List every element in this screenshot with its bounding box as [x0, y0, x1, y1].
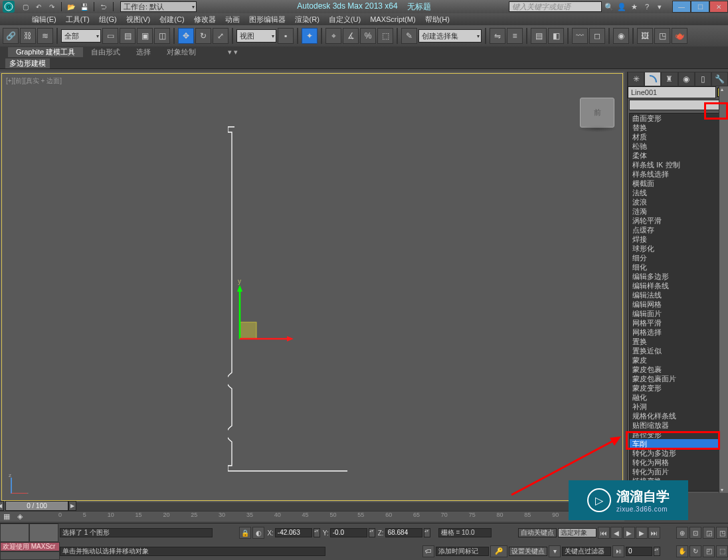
- modifier-item[interactable]: 柔体: [630, 151, 726, 160]
- track-mini-icon[interactable]: ▦: [0, 512, 13, 521]
- modifier-item[interactable]: 转化为面片: [630, 467, 726, 476]
- select-manipulate-icon[interactable]: ✦: [302, 28, 318, 44]
- menu-rendering[interactable]: 渲染(R): [292, 15, 322, 25]
- named-selection-dropdown[interactable]: 创建选择集: [418, 29, 482, 43]
- render-icon[interactable]: 🫖: [672, 28, 687, 44]
- modifier-item[interactable]: 蒙皮包裹: [630, 365, 726, 374]
- close-button[interactable]: ✕: [709, 1, 728, 13]
- save-icon[interactable]: 💾: [79, 1, 90, 12]
- maxscript-mini-listener[interactable]: [0, 523, 29, 542]
- next-frame-icon[interactable]: ▶: [636, 527, 648, 539]
- modifier-item[interactable]: 路径变形: [630, 430, 726, 439]
- modifier-item[interactable]: 编辑法线: [630, 290, 726, 300]
- modifier-item[interactable]: 编辑网格: [630, 300, 726, 309]
- modifier-item[interactable]: 焊接: [630, 234, 726, 244]
- viewport-nav-5[interactable]: ✋: [676, 545, 688, 557]
- cp-tab-hierarchy[interactable]: ♜: [661, 72, 678, 86]
- cp-tab-create[interactable]: ✳: [628, 72, 644, 86]
- mirror-icon[interactable]: ⇋: [490, 28, 505, 44]
- angle-snap-icon[interactable]: ∡: [343, 28, 359, 44]
- modifier-item[interactable]: 曲面变形: [630, 114, 726, 123]
- modifier-item[interactable]: 涡轮平滑: [630, 216, 726, 225]
- cp-tab-utilities[interactable]: 🔧: [711, 72, 728, 86]
- cp-tab-display[interactable]: ▯: [695, 72, 711, 86]
- y-spinner[interactable]: ▴▾: [369, 528, 375, 537]
- select-name-icon[interactable]: ▤: [120, 28, 136, 44]
- viewport-nav-8[interactable]: ⬚: [716, 545, 728, 557]
- menu-graph-editors[interactable]: 图形编辑器: [246, 15, 288, 25]
- goto-end-icon[interactable]: ⏭: [648, 527, 660, 539]
- minimize-button[interactable]: —: [672, 1, 691, 13]
- modifier-item[interactable]: 补洞: [630, 402, 726, 411]
- ribbon-tab-object-paint[interactable]: 对象绘制: [159, 47, 204, 57]
- modifier-item[interactable]: 置换: [630, 337, 726, 346]
- modifier-item[interactable]: 横截面: [630, 179, 726, 188]
- layer-manager-icon[interactable]: ▤: [531, 28, 547, 44]
- key-mode-icon[interactable]: ⏯: [612, 545, 624, 557]
- modifier-item[interactable]: 涟漪: [630, 207, 726, 216]
- unlink-icon[interactable]: ⛓: [20, 28, 36, 44]
- ribbon-tab-selection[interactable]: 选择: [128, 47, 159, 57]
- modifier-item[interactable]: 转化为网格: [630, 458, 726, 467]
- modifier-item[interactable]: 编辑多边形: [630, 272, 726, 281]
- selected-filter-dropdown[interactable]: 选定对象: [558, 528, 596, 537]
- modifier-item[interactable]: 蒙皮变形: [630, 383, 726, 393]
- maximize-button[interactable]: ☐: [691, 1, 709, 13]
- modifier-list[interactable]: 曲面变形替换材质松驰柔体样条线 IK 控制样条线选择横截面法线波浪涟漪涡轮平滑点…: [629, 113, 727, 492]
- cp-tab-motion[interactable]: ◉: [678, 72, 695, 86]
- select-object-icon[interactable]: ▭: [102, 28, 118, 44]
- x-spinner[interactable]: ▴▾: [314, 528, 320, 537]
- percent-snap-icon[interactable]: %: [360, 28, 376, 44]
- help-search-input[interactable]: 键入关键字或短语: [509, 1, 602, 12]
- key-icon[interactable]: 🔑: [490, 545, 507, 557]
- prev-frame-icon[interactable]: ◀: [610, 527, 622, 539]
- menu-views[interactable]: 视图(V): [124, 15, 153, 25]
- menu-maxscript[interactable]: MAXScript(M): [367, 15, 418, 23]
- modifier-item[interactable]: 蒙皮包裹面片: [630, 374, 726, 383]
- add-time-tag[interactable]: 添加时间标记: [436, 547, 489, 556]
- menu-tools[interactable]: 工具(T): [63, 15, 92, 25]
- menu-group[interactable]: 组(G): [96, 15, 120, 25]
- viewport-nav-1[interactable]: ⊕: [676, 527, 688, 539]
- material-editor-icon[interactable]: ◉: [613, 28, 629, 44]
- time-slider-next[interactable]: ▶: [68, 501, 76, 511]
- open-icon[interactable]: 📂: [66, 1, 76, 12]
- select-rect-icon[interactable]: ▣: [137, 28, 153, 44]
- modifier-item[interactable]: 融化: [630, 393, 726, 402]
- rendered-frame-icon[interactable]: ◳: [654, 28, 670, 44]
- z-spinner[interactable]: ▴▾: [424, 528, 430, 537]
- isolate-icon[interactable]: ◐: [252, 527, 264, 539]
- modifier-item[interactable]: 网格选择: [630, 327, 726, 337]
- modifier-item[interactable]: 细分: [630, 253, 726, 262]
- favorite-icon[interactable]: ★: [629, 1, 640, 12]
- time-slider-prev[interactable]: ◀: [0, 501, 4, 511]
- spline-object[interactable]: [228, 120, 361, 479]
- spinner-snap-icon[interactable]: ⬚: [377, 28, 393, 44]
- bind-icon[interactable]: ≋: [37, 28, 53, 44]
- modifier-item[interactable]: 球形化: [630, 244, 726, 253]
- signin-icon[interactable]: 👤: [616, 1, 627, 12]
- modifier-item[interactable]: 规格化样条线: [630, 411, 726, 420]
- view-cube[interactable]: 前: [580, 98, 614, 128]
- workspace-dropdown[interactable]: 工作台: 默认: [120, 1, 197, 12]
- snap-toggle-icon[interactable]: ⌖: [325, 28, 341, 44]
- modifier-item[interactable]: 点缓存: [630, 225, 726, 234]
- project-icon[interactable]: ⮌: [98, 1, 109, 12]
- time-tag-icon[interactable]: 🏷: [422, 545, 434, 557]
- x-coord-input[interactable]: -42.063: [275, 528, 312, 537]
- set-key-button[interactable]: 设置关键点: [509, 547, 547, 556]
- viewport-nav-7[interactable]: ◰: [703, 545, 715, 557]
- object-name-input[interactable]: Line001: [628, 86, 716, 98]
- current-frame-input[interactable]: 0: [626, 547, 652, 556]
- lock-selection-icon[interactable]: 🔒: [239, 527, 251, 539]
- modifier-item[interactable]: 样条线选择: [630, 169, 726, 179]
- undo-icon[interactable]: ↶: [33, 1, 44, 12]
- redo-icon[interactable]: ↷: [46, 1, 57, 12]
- auto-key-button[interactable]: 自动关键点: [518, 528, 557, 537]
- z-coord-input[interactable]: 68.684: [385, 528, 422, 537]
- link-icon[interactable]: 🔗: [3, 28, 19, 44]
- viewport-nav-6[interactable]: ↻: [689, 545, 701, 557]
- search-icon[interactable]: 🔍: [604, 1, 614, 12]
- select-rotate-icon[interactable]: ↻: [195, 28, 211, 44]
- viewport[interactable]: [+][前][真实 + 边面] 前 y x z x: [1, 73, 623, 501]
